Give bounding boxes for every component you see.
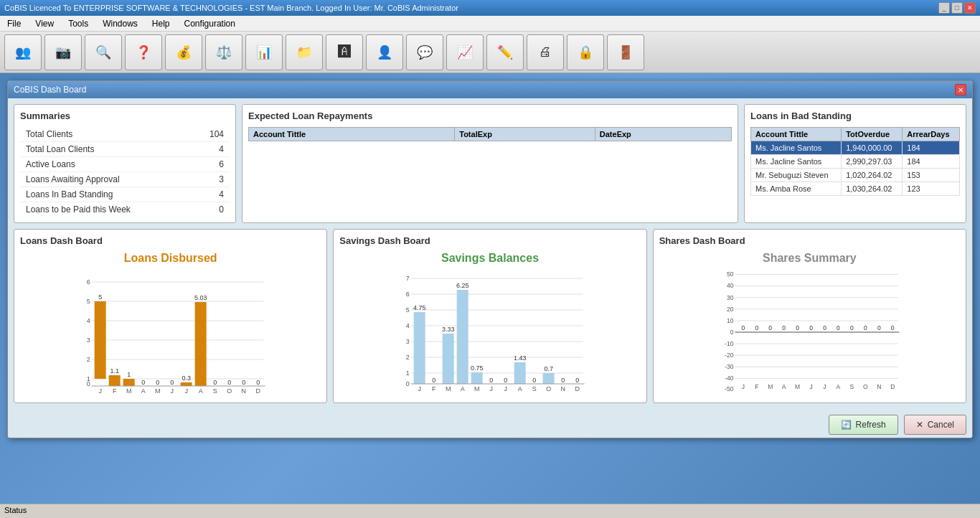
toolbar-font[interactable]: 🅰 (326, 34, 363, 70)
user-icon: 👤 (374, 42, 395, 62)
toolbar-search1[interactable]: 📷 (44, 34, 82, 70)
shmonth-j2: J (809, 383, 812, 390)
sy-label-6: 6 (406, 291, 410, 298)
menu-view[interactable]: View (31, 18, 58, 29)
menu-file[interactable]: File (3, 18, 25, 29)
toolbar-search2[interactable]: 🔍 (85, 34, 122, 70)
bad-standing-row[interactable]: Ms. Jacline Santos1,940,000.00184 (751, 141, 960, 155)
shval-s: 0 (850, 324, 854, 331)
refresh-label: Refresh (856, 420, 886, 430)
shy-label-m50: -50 (725, 385, 734, 392)
sbar-o (543, 373, 555, 384)
y-label-6: 6 (87, 278, 90, 286)
toolbar-chart[interactable]: 📊 (245, 34, 283, 70)
sms-icon: 💬 (415, 42, 435, 62)
month-f: F (113, 387, 117, 395)
label-s: 0 (213, 379, 217, 386)
repayments-col-date: DateExp (595, 128, 731, 141)
label-n: 0 (242, 379, 245, 386)
shmonth-o: O (863, 383, 868, 390)
toolbar-folder[interactable]: 📁 (286, 34, 323, 70)
bad-standing-row[interactable]: Ms. Jacline Santos2,990,297.03184 (751, 155, 960, 169)
sy-label-3: 3 (406, 338, 410, 345)
shy-label-20: 20 (727, 306, 734, 313)
status-bar: Status (0, 504, 980, 518)
dashboard-body: Summaries Total Clients 104 Total Loan C… (8, 98, 972, 409)
menu-tools[interactable]: Tools (64, 18, 93, 29)
summaries-panel: Summaries Total Clients 104 Total Loan C… (14, 104, 236, 223)
menu-bar: File View Tools Windows Help Configurati… (0, 16, 980, 32)
shares-chart-title: Shares Summary (659, 252, 960, 265)
summary-total-clients: Total Clients 104 (20, 127, 230, 142)
y-label-3: 3 (87, 336, 90, 344)
shmonth-a2: A (836, 383, 840, 390)
slabel-n: 0 (561, 377, 565, 384)
slabel-f: 0 (432, 377, 435, 384)
cancel-icon: ✕ (916, 420, 923, 430)
summary-awaiting-approval: Loans Awaiting Approval 3 (20, 172, 230, 187)
bad-standing-row[interactable]: Mr. Sebuguzi Steven1,020,264.02153 (751, 169, 960, 182)
repayments-col-account: Account Tittle (249, 128, 455, 141)
menu-windows[interactable]: Windows (98, 18, 142, 29)
window-close-button[interactable]: ✕ (955, 84, 966, 95)
sbar-m (443, 334, 454, 384)
slabel-o: 0.7 (545, 365, 554, 372)
toolbar-report[interactable]: 📈 (446, 34, 484, 70)
smonth-a: A (461, 385, 465, 392)
shval-m2: 0 (796, 324, 799, 331)
magnify-icon: 🔍 (93, 42, 113, 62)
active-loans-label: Active Loans (26, 159, 75, 169)
shy-label-10: 10 (727, 317, 734, 324)
summary-active-loans: Active Loans 6 (20, 157, 230, 172)
menu-configuration[interactable]: Configuration (180, 18, 240, 29)
cancel-button[interactable]: ✕ Cancel (904, 415, 966, 435)
toolbar-sms[interactable]: 💬 (406, 34, 443, 70)
window-controls: _ □ ✕ (938, 2, 976, 14)
minimize-button[interactable]: _ (938, 2, 950, 14)
sy-label-7: 7 (406, 275, 410, 282)
maximize-button[interactable]: □ (951, 2, 963, 14)
refresh-button[interactable]: 🔄 Refresh (829, 415, 898, 435)
paid-week-value: 0 (219, 204, 224, 215)
bad-standing-value: 4 (219, 189, 224, 199)
shval-d: 0 (891, 324, 895, 331)
scale-icon: ⚖️ (214, 42, 234, 62)
bs-days: 123 (903, 182, 960, 196)
slabel-m: 3.33 (442, 326, 455, 333)
slabel-a2: 1.43 (514, 354, 527, 362)
toolbar-scale[interactable]: ⚖️ (205, 34, 242, 70)
shmonth-a: A (781, 383, 786, 390)
toolbar-edit[interactable]: ✏️ (486, 34, 524, 70)
toolbar-clients[interactable]: 👥 (4, 34, 42, 70)
bad-standing-row[interactable]: Ms. Amba Rose1,030,264.02123 (751, 182, 960, 196)
bs-days: 184 (903, 141, 960, 155)
menu-help[interactable]: Help (148, 18, 174, 29)
bar-f (109, 375, 121, 386)
repayments-panel: Expected Loan Repayments Account Tittle … (242, 104, 738, 223)
sy-label-2: 2 (406, 354, 410, 361)
toolbar-help[interactable]: ❓ (125, 34, 162, 70)
font-icon: 🅰 (334, 42, 354, 62)
toolbar-lock[interactable]: 🔒 (567, 34, 604, 70)
sy-label-4: 4 (406, 322, 410, 329)
toolbar-exit[interactable]: 🚪 (607, 34, 644, 70)
shmonth-d: D (890, 383, 895, 390)
bs-col-account: Account Tittle (751, 128, 842, 141)
paid-week-label: Loans to be Paid this Week (26, 204, 131, 215)
bs-overdue: 1,940,000.00 (842, 141, 903, 155)
bs-account: Ms. Jacline Santos (751, 155, 842, 169)
awaiting-value: 3 (219, 174, 224, 184)
window-title-bar: CoBIS Dash Board ✕ (8, 81, 972, 98)
shval-m: 0 (768, 324, 772, 331)
bs-days: 153 (903, 169, 960, 182)
label-a2: 5.03 (194, 294, 207, 301)
toolbar-user[interactable]: 👤 (366, 34, 403, 70)
savings-chart-panel: Savings Dash Board Savings Balances (333, 229, 646, 403)
close-button[interactable]: ✕ (964, 2, 976, 14)
loans-chart-title: Loans Disbursed (20, 252, 321, 265)
month-a2: A (199, 387, 203, 395)
toolbar-money[interactable]: 💰 (165, 34, 202, 70)
smonth-s: S (532, 385, 537, 392)
toolbar-print[interactable]: 🖨 (527, 34, 564, 70)
loan-clients-label: Total Loan Clients (26, 144, 94, 154)
